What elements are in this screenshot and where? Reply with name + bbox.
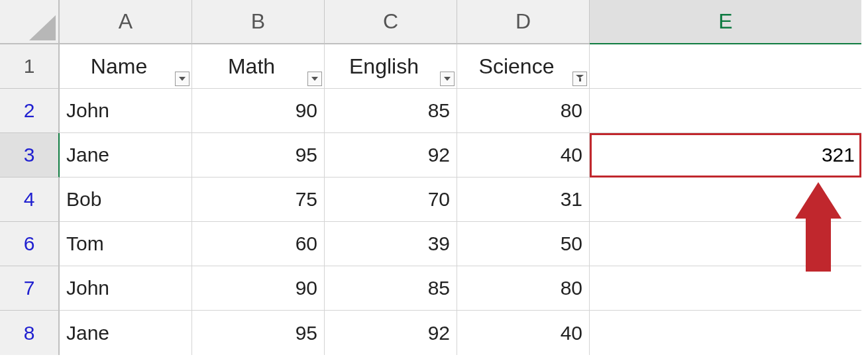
col-header-B[interactable]: B bbox=[192, 0, 325, 44]
select-all-corner[interactable] bbox=[0, 0, 60, 44]
cell-D3[interactable]: 40 bbox=[457, 133, 590, 178]
chevron-down-icon bbox=[444, 77, 451, 81]
cell-D2[interactable]: 80 bbox=[457, 89, 590, 133]
header-name-label: Name bbox=[91, 54, 147, 79]
arrow-annotation-icon bbox=[795, 182, 841, 268]
cell-A7[interactable]: John bbox=[60, 266, 192, 311]
cell-C1[interactable]: English bbox=[325, 44, 457, 89]
cell-C8[interactable]: 92 bbox=[325, 311, 457, 355]
col-header-D[interactable]: D bbox=[457, 0, 590, 44]
col-header-C[interactable]: C bbox=[325, 0, 457, 44]
cell-B1[interactable]: Math bbox=[192, 44, 325, 89]
filter-button-english[interactable] bbox=[440, 72, 455, 86]
cell-B4[interactable]: 75 bbox=[192, 178, 325, 222]
cell-B3[interactable]: 95 bbox=[192, 133, 325, 178]
cell-A3[interactable]: Jane bbox=[60, 133, 192, 178]
cell-E1[interactable] bbox=[590, 44, 861, 89]
filter-button-science[interactable] bbox=[572, 72, 587, 86]
row-header-4[interactable]: 4 bbox=[0, 178, 60, 222]
cell-E8[interactable] bbox=[590, 311, 861, 355]
select-all-triangle-icon bbox=[29, 15, 56, 40]
cell-C6[interactable]: 39 bbox=[325, 222, 457, 266]
cell-A4[interactable]: Bob bbox=[60, 178, 192, 222]
filter-button-name[interactable] bbox=[175, 72, 190, 86]
cell-E7[interactable] bbox=[590, 266, 861, 311]
cell-D8[interactable]: 40 bbox=[457, 311, 590, 355]
cell-A8[interactable]: Jane bbox=[60, 311, 192, 355]
header-math-label: Math bbox=[228, 54, 275, 79]
col-header-E[interactable]: E bbox=[590, 0, 861, 44]
cell-A6[interactable]: Tom bbox=[60, 222, 192, 266]
cell-C2[interactable]: 85 bbox=[325, 89, 457, 133]
row-header-3[interactable]: 3 bbox=[0, 133, 60, 178]
row-header-6[interactable]: 6 bbox=[0, 222, 60, 266]
filter-active-icon bbox=[575, 75, 584, 83]
cell-B8[interactable]: 95 bbox=[192, 311, 325, 355]
cell-C7[interactable]: 85 bbox=[325, 266, 457, 311]
row-header-1[interactable]: 1 bbox=[0, 44, 60, 89]
chevron-down-icon bbox=[179, 77, 186, 81]
header-science-label: Science bbox=[479, 54, 555, 79]
row-header-7[interactable]: 7 bbox=[0, 266, 60, 311]
chevron-down-icon bbox=[311, 77, 318, 81]
cell-D6[interactable]: 50 bbox=[457, 222, 590, 266]
cell-C3[interactable]: 92 bbox=[325, 133, 457, 178]
row-header-8[interactable]: 8 bbox=[0, 311, 60, 355]
spreadsheet-grid: A B C D E 1 Name Math English Science 2 … bbox=[0, 0, 868, 355]
cell-E2[interactable] bbox=[590, 89, 861, 133]
cell-B2[interactable]: 90 bbox=[192, 89, 325, 133]
cell-D1[interactable]: Science bbox=[457, 44, 590, 89]
cell-B7[interactable]: 90 bbox=[192, 266, 325, 311]
cell-A2[interactable]: John bbox=[60, 89, 192, 133]
row-header-2[interactable]: 2 bbox=[0, 89, 60, 133]
cell-D7[interactable]: 80 bbox=[457, 266, 590, 311]
cell-C4[interactable]: 70 bbox=[325, 178, 457, 222]
filter-button-math[interactable] bbox=[307, 72, 322, 86]
cell-B6[interactable]: 60 bbox=[192, 222, 325, 266]
cell-E3-selected[interactable]: 321 bbox=[590, 133, 861, 178]
col-header-A[interactable]: A bbox=[60, 0, 192, 44]
header-english-label: English bbox=[349, 54, 419, 79]
cell-D4[interactable]: 31 bbox=[457, 178, 590, 222]
cell-A1[interactable]: Name bbox=[60, 44, 192, 89]
